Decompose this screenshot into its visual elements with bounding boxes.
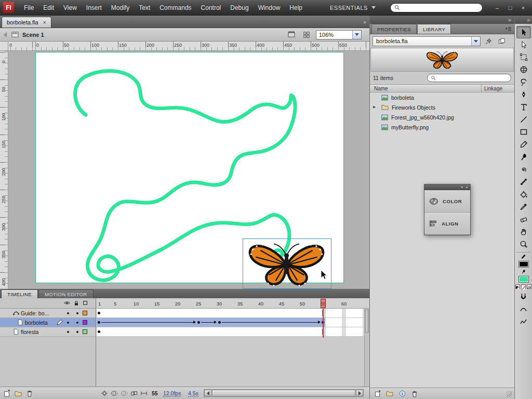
straighten-option-button[interactable] (516, 316, 531, 327)
align-panel-button[interactable]: ALIGN (424, 212, 470, 235)
resize-grip[interactable] (506, 391, 512, 397)
timeline-vertical-scrollbar[interactable] (364, 309, 369, 387)
panel-menu-icon[interactable] (504, 26, 512, 32)
expander-icon[interactable]: ▶ (373, 105, 376, 109)
tab-motion-editor[interactable]: MOTION EDITOR (38, 289, 94, 298)
tool-lasso[interactable] (516, 76, 531, 88)
tools-panel-header[interactable]: » (515, 16, 532, 24)
smooth-option-button[interactable] (516, 303, 531, 315)
tool-hand[interactable] (516, 225, 531, 238)
layer-outline-swatch[interactable] (83, 311, 87, 315)
item-properties-button[interactable] (397, 389, 407, 398)
scrollbar-thumb[interactable] (212, 390, 355, 396)
tool-pencil[interactable] (516, 138, 531, 151)
dock-titlebar[interactable]: » × (424, 184, 470, 190)
zoom-dropdown-button[interactable] (352, 31, 361, 39)
restore-button[interactable]: □ (506, 4, 515, 12)
column-linkage[interactable]: Linkage (484, 86, 502, 91)
layer-lock-dot[interactable] (76, 312, 78, 314)
layer-visibility-dot[interactable] (67, 331, 69, 333)
library-item-mybutterfly-png[interactable]: myButterfly.png (370, 122, 514, 132)
library-document-select[interactable]: borboleta.fla (373, 36, 481, 46)
frame-row-floresta[interactable] (97, 327, 364, 337)
snap-to-objects-toggle[interactable] (516, 291, 531, 302)
edit-multiple-frames-button[interactable] (129, 389, 139, 397)
new-folder-button[interactable] (384, 389, 395, 398)
tab-close-icon[interactable]: × (43, 19, 46, 25)
frame-row-borboleta[interactable] (97, 318, 364, 327)
scene-breadcrumb[interactable]: Scene 1 (11, 31, 44, 38)
menu-insert[interactable]: Insert (82, 0, 107, 15)
tool-rectangle[interactable] (516, 126, 531, 138)
butterfly-selection-box[interactable] (243, 238, 331, 289)
collapse-panels-icon[interactable]: » (508, 17, 511, 23)
stage[interactable] (35, 52, 344, 283)
motion-tween-span[interactable] (97, 318, 325, 327)
library-item-forest-jpg[interactable]: Forest_jpg_w560h420.jpg (370, 112, 514, 122)
modify-markers-button[interactable] (139, 389, 149, 397)
floresta-frame-span[interactable] (97, 327, 325, 336)
flash-logo[interactable]: Fl (3, 2, 14, 13)
pin-library-button[interactable] (483, 37, 494, 46)
menu-debug[interactable]: Debug (225, 0, 253, 15)
tool-eyedropper[interactable] (516, 201, 531, 213)
tool-text[interactable] (516, 101, 531, 113)
new-layer-button[interactable] (2, 389, 11, 397)
minimize-button[interactable]: – (493, 4, 502, 12)
edit-scene-button[interactable] (286, 30, 297, 39)
layer-outline-swatch[interactable] (83, 329, 87, 334)
layer-row-floresta[interactable]: floresta (0, 327, 96, 337)
scrollbar-thumb[interactable] (365, 310, 369, 332)
show-hide-eye-icon[interactable] (63, 300, 71, 306)
app-search-input[interactable] (403, 5, 478, 11)
color-panel-button[interactable]: COLOR (424, 190, 470, 212)
tool-free-transform[interactable] (516, 51, 531, 63)
column-divider[interactable] (481, 85, 482, 92)
tool-zoom[interactable] (516, 238, 531, 250)
default-colors-button[interactable] (515, 284, 520, 289)
document-tab[interactable]: borboleta.fla × (2, 17, 51, 28)
fill-color-swatch[interactable] (518, 276, 529, 283)
pasteboard[interactable] (8, 51, 369, 289)
tool-eraser[interactable] (516, 213, 531, 225)
library-item-borboleta[interactable]: borboleta (370, 92, 514, 102)
menu-commands[interactable]: Commands (155, 0, 196, 15)
layer-name[interactable]: floresta (21, 329, 38, 335)
fill-color-control[interactable] (516, 269, 531, 283)
stroke-color-swatch[interactable] (518, 261, 529, 268)
menu-modify[interactable]: Modify (107, 0, 134, 15)
frames-header[interactable]: 1 5 10 15 20 25 30 35 40 45 50 55 60 (97, 298, 369, 309)
butterfly-instance[interactable] (244, 240, 329, 287)
library-search-input[interactable] (438, 75, 508, 81)
outline-square-icon[interactable] (82, 300, 88, 306)
stroke-color-control[interactable] (516, 254, 531, 268)
timeline-horizontal-scrollbar[interactable] (204, 389, 364, 397)
tool-paint-bucket[interactable] (516, 188, 531, 201)
new-folder-button[interactable] (14, 389, 23, 397)
expand-panels-icon[interactable]: » (461, 185, 463, 190)
app-search-box[interactable] (390, 3, 483, 12)
frames-grid[interactable] (97, 309, 364, 337)
playhead-marker[interactable] (321, 299, 326, 308)
library-search-box[interactable] (427, 74, 511, 82)
edit-symbols-button[interactable] (301, 30, 312, 39)
layer-lock-dot[interactable] (76, 331, 78, 333)
menu-view[interactable]: View (59, 0, 82, 15)
tab-overflow-icon[interactable]: » (363, 19, 366, 25)
workspace-switcher[interactable]: ESSENTIALS (325, 4, 381, 12)
menu-file[interactable]: File (19, 0, 38, 15)
tool-line[interactable] (516, 113, 531, 126)
frame-row-guide[interactable] (97, 309, 364, 318)
scroll-left-arrow[interactable] (204, 390, 211, 396)
delete-layer-button[interactable] (25, 389, 34, 397)
tab-timeline[interactable]: TIMELINE (1, 289, 38, 298)
layer-outline-swatch[interactable] (83, 320, 87, 325)
menu-control[interactable]: Control (196, 0, 226, 15)
column-name[interactable]: Name (374, 86, 388, 91)
playhead-line[interactable] (323, 309, 324, 338)
lock-icon[interactable] (73, 300, 79, 307)
layer-visibility-dot[interactable] (67, 322, 69, 324)
center-frame-button[interactable] (100, 389, 109, 397)
menu-window[interactable]: Window (254, 0, 285, 15)
tool-3d-rotation[interactable] (516, 63, 531, 76)
